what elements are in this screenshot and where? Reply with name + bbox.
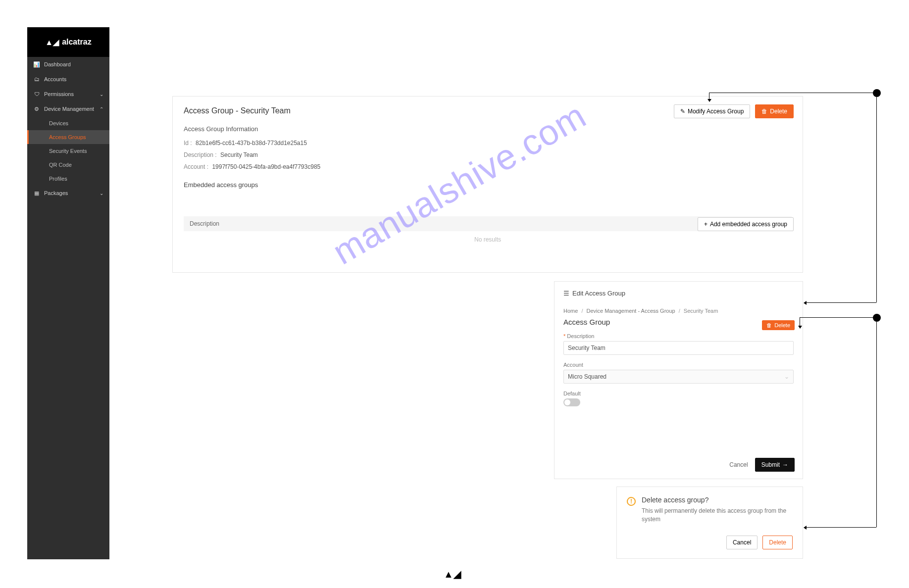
logo-icon: ▲◢ [45, 38, 59, 47]
chevron-up-icon: ⌃ [100, 106, 103, 112]
sidebar-sub-label: Profiles [49, 176, 67, 182]
column-description: Description [190, 220, 769, 227]
chevron-down-icon: ⌄ [100, 191, 103, 196]
annotation-line [709, 93, 876, 93]
footer-logo-icon: ▲◢ [444, 568, 461, 580]
sidebar-item-label: Permissions [44, 91, 74, 97]
sidebar-sub-security-events[interactable]: Security Events [27, 144, 109, 158]
edit-title: Access Group [563, 318, 794, 326]
annotation-line [806, 302, 876, 303]
box-icon: ▦ [33, 190, 40, 196]
annotation-marker [873, 314, 881, 322]
description-row: Description : Security Team [184, 151, 792, 158]
annotation-arrow [707, 99, 711, 102]
default-toggle[interactable] [563, 398, 580, 406]
chevron-down-icon: ⌄ [100, 92, 103, 97]
account-value: 1997f750-0425-4bfa-a9bd-ea4f7793c985 [212, 163, 320, 170]
annotation-line [876, 322, 877, 527]
pencil-icon: ✎ [680, 108, 685, 115]
confirm-cancel-button[interactable]: Cancel [726, 536, 758, 549]
shield-icon: 🛡 [33, 91, 40, 98]
description-value: Security Team [220, 151, 258, 158]
field-label: Account [563, 362, 794, 368]
sidebar-item-dashboard[interactable]: 📊 Dashboard [27, 57, 109, 72]
button-label: Add embedded access group [710, 221, 787, 228]
breadcrumb: Home / Device Management - Access Group … [563, 308, 794, 314]
breadcrumb-device-management[interactable]: Device Management - Access Group [587, 308, 675, 314]
warning-icon: ! [627, 497, 636, 506]
sidebar-item-permissions[interactable]: 🛡 Permissions ⌄ [27, 87, 109, 101]
annotation-line [876, 97, 877, 302]
sidebar-sub-qr-code[interactable]: QR Code [27, 158, 109, 172]
cancel-button[interactable]: Cancel [729, 461, 748, 468]
annotation-line [800, 317, 876, 318]
sidebar-sub-label: Access Groups [49, 134, 86, 140]
brand-name: alcatraz [62, 38, 92, 47]
sidebar-sub-access-groups[interactable]: Access Groups [27, 130, 109, 144]
form-icon: ☰ [563, 290, 569, 297]
account-label: Account : [184, 163, 208, 170]
delete-button[interactable]: 🗑 Delete [762, 320, 795, 330]
sidebar-sub-label: Security Events [49, 148, 87, 154]
account-select[interactable]: Micro Squared ⌄ [563, 370, 794, 384]
confirm-title: Delete access group? [642, 496, 793, 504]
id-label: Id : [184, 140, 192, 147]
chevron-down-icon: ⌄ [784, 373, 789, 380]
edit-header-text: Edit Access Group [572, 290, 625, 297]
sidebar-sub-label: Devices [49, 120, 68, 126]
trash-icon: 🗑 [766, 322, 772, 328]
embedded-title: Embedded access groups [184, 181, 792, 189]
account-row: Account : 1997f750-0425-4bfa-a9bd-ea4f77… [184, 163, 792, 170]
sidebar-item-packages[interactable]: ▦ Packages ⌄ [27, 186, 109, 200]
button-label: Submit [761, 461, 780, 468]
sidebar-item-label: Device Management [44, 106, 94, 112]
id-value: 82b1e6f5-cc61-437b-b38d-773dd1e25a15 [196, 140, 307, 147]
field-label: Description [567, 333, 594, 339]
id-row: Id : 82b1e6f5-cc61-437b-b38d-773dd1e25a1… [184, 140, 792, 147]
edit-access-group-panel: ☰ Edit Access Group Home / Device Manage… [554, 281, 803, 479]
sidebar-logo: ▲◢ alcatraz [27, 27, 109, 57]
select-value: Micro Squared [568, 373, 606, 380]
access-group-detail-panel: Access Group - Security Team ✎ Modify Ac… [172, 96, 803, 273]
description-label: Description : [184, 151, 217, 158]
chart-icon: 📊 [33, 61, 40, 68]
plus-icon: + [704, 221, 707, 228]
annotation-arrow [804, 301, 807, 305]
annotation-line [806, 527, 876, 528]
button-label: Delete [770, 108, 787, 115]
default-field: Default [563, 391, 794, 406]
delete-access-group-button[interactable]: 🗑 Delete [755, 104, 794, 118]
annotation-arrow [798, 326, 802, 329]
button-label: Modify Access Group [688, 108, 744, 115]
sidebar-sub-devices[interactable]: Devices [27, 116, 109, 130]
breadcrumb-sep: / [581, 308, 583, 314]
confirm-text: This will permanently delete this access… [642, 507, 793, 524]
account-field: Account Micro Squared ⌄ [563, 362, 794, 384]
modify-access-group-button[interactable]: ✎ Modify Access Group [674, 104, 750, 118]
sidebar-sub-profiles[interactable]: Profiles [27, 172, 109, 186]
submit-button[interactable]: Submit → [755, 458, 795, 472]
field-label: Default [563, 391, 794, 396]
delete-confirm-dialog: ! Delete access group? This will permane… [616, 487, 803, 559]
sidebar-item-label: Accounts [44, 76, 66, 82]
breadcrumb-sep: / [679, 308, 680, 314]
sidebar-item-accounts[interactable]: 🗂 Accounts [27, 72, 109, 87]
edit-panel-header: ☰ Edit Access Group [563, 290, 794, 297]
sidebar-item-device-management[interactable]: ⚙ Device Management ⌃ [27, 101, 109, 116]
no-results-text: No results [184, 231, 792, 248]
sidebar: ▲◢ alcatraz 📊 Dashboard 🗂 Accounts 🛡 Per… [27, 27, 109, 559]
breadcrumb-home[interactable]: Home [563, 308, 578, 314]
confirm-delete-button[interactable]: Delete [762, 536, 793, 549]
sidebar-item-label: Dashboard [44, 61, 71, 67]
breadcrumb-current: Security Team [684, 308, 718, 314]
arrow-right-icon: → [782, 461, 788, 468]
required-marker: * [563, 333, 565, 339]
annotation-marker [873, 89, 881, 97]
description-input[interactable] [563, 341, 794, 355]
section-title: Access Group Information [184, 125, 792, 133]
gear-icon: ⚙ [33, 105, 40, 112]
add-embedded-access-group-button[interactable]: + Add embedded access group [698, 217, 794, 231]
sidebar-sub-label: QR Code [49, 162, 72, 168]
trash-icon: 🗑 [761, 108, 767, 115]
description-field: * Description [563, 333, 794, 355]
